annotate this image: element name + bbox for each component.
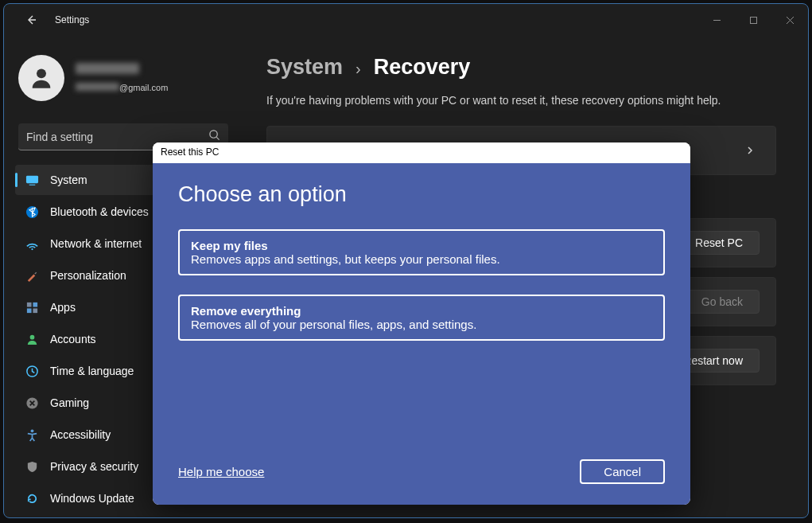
dialog-heading: Choose an option bbox=[178, 182, 665, 207]
privacy-icon bbox=[25, 459, 39, 474]
user-block[interactable]: @gmail.com bbox=[14, 50, 233, 114]
bluetooth-icon bbox=[25, 205, 39, 219]
user-email-prefix-redacted bbox=[76, 83, 119, 91]
titlebar: Settings bbox=[4, 4, 808, 36]
sidebar-item-label: Apps bbox=[50, 301, 76, 314]
breadcrumb-leaf: Recovery bbox=[374, 55, 471, 80]
sidebar-item-label: Accounts bbox=[50, 333, 96, 345]
svg-point-2 bbox=[210, 131, 217, 138]
reset-pc-button[interactable]: Reset PC bbox=[678, 231, 760, 255]
chevron-right-icon: › bbox=[355, 60, 361, 78]
sidebar-item-label: Gaming bbox=[50, 396, 89, 409]
update-icon bbox=[25, 491, 39, 505]
sidebar-item-label: Privacy & security bbox=[50, 460, 138, 473]
option-desc: Removes all of your personal files, apps… bbox=[191, 318, 652, 331]
system-icon bbox=[25, 173, 39, 187]
app-title: Settings bbox=[55, 14, 89, 25]
user-email-suffix: @gmail.com bbox=[119, 83, 168, 92]
option-title: Keep my files bbox=[191, 239, 652, 252]
svg-rect-0 bbox=[750, 17, 756, 23]
svg-point-14 bbox=[30, 429, 33, 432]
option-keep-my-files[interactable]: Keep my files Removes apps and settings,… bbox=[178, 229, 665, 275]
sidebar-item-label: Bluetooth & devices bbox=[50, 205, 149, 218]
svg-rect-3 bbox=[25, 175, 37, 182]
user-info: @gmail.com bbox=[76, 63, 168, 94]
sidebar-item-label: Personalization bbox=[50, 269, 126, 282]
sidebar-item-label: Time & language bbox=[50, 365, 134, 377]
window-controls bbox=[698, 4, 808, 36]
minimize-button[interactable] bbox=[698, 4, 735, 36]
sidebar-item-label: System bbox=[50, 174, 87, 186]
close-button[interactable] bbox=[771, 4, 808, 36]
breadcrumb-root[interactable]: System bbox=[266, 55, 343, 80]
sidebar-item-label: Network & internet bbox=[50, 237, 142, 250]
chevron-right-icon bbox=[740, 141, 760, 160]
settings-window: Settings bbox=[3, 3, 809, 518]
help-me-choose-link[interactable]: Help me choose bbox=[178, 465, 264, 478]
breadcrumb: System › Recovery bbox=[266, 55, 776, 80]
svg-rect-4 bbox=[29, 184, 35, 185]
gaming-icon bbox=[25, 396, 39, 410]
dialog-body: Choose an option Keep my files Removes a… bbox=[153, 163, 690, 505]
svg-rect-8 bbox=[33, 302, 37, 306]
avatar bbox=[18, 55, 64, 101]
svg-point-1 bbox=[37, 68, 46, 78]
svg-rect-7 bbox=[26, 302, 31, 306]
option-title: Remove everything bbox=[191, 304, 652, 318]
svg-rect-10 bbox=[33, 308, 37, 313]
apps-icon bbox=[25, 300, 39, 314]
svg-point-6 bbox=[31, 248, 33, 249]
accounts-icon bbox=[25, 332, 39, 346]
sidebar-item-label: Windows Update bbox=[50, 492, 134, 505]
dialog-footer: Help me choose Cancel bbox=[178, 459, 665, 489]
page-subtitle: If you're having problems with your PC o… bbox=[266, 94, 776, 107]
accessibility-icon bbox=[25, 427, 39, 442]
user-name-redacted bbox=[76, 63, 139, 74]
personalization-icon bbox=[25, 268, 39, 283]
sidebar-item-label: Accessibility bbox=[50, 428, 111, 441]
svg-point-11 bbox=[29, 334, 34, 339]
time-icon bbox=[25, 364, 39, 378]
back-button[interactable] bbox=[21, 10, 41, 29]
option-remove-everything[interactable]: Remove everything Removes all of your pe… bbox=[178, 295, 665, 341]
search-input[interactable] bbox=[26, 131, 208, 143]
option-desc: Removes apps and settings, but keeps you… bbox=[191, 252, 652, 266]
maximize-button[interactable] bbox=[735, 4, 771, 36]
dialog-titlebar: Reset this PC bbox=[153, 142, 690, 163]
network-icon bbox=[25, 236, 39, 251]
svg-rect-9 bbox=[26, 308, 31, 313]
reset-pc-dialog: Reset this PC Choose an option Keep my f… bbox=[153, 142, 690, 505]
cancel-button[interactable]: Cancel bbox=[580, 459, 665, 484]
go-back-button[interactable]: Go back bbox=[685, 290, 760, 314]
